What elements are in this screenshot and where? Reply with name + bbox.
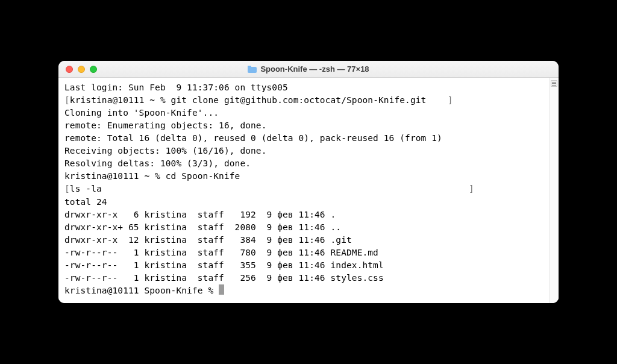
ls-row: -rw-r--r-- 1 kristina staff 780 9 фев 11…: [64, 248, 378, 257]
prompt-bracket: [kristina@10111 ~ % git clone git@github…: [64, 95, 453, 105]
cd-command: kristina@10111 ~ % cd Spoon-Knife: [64, 171, 240, 181]
git-clone-command: kristina@10111 ~ % git clone git@github.…: [70, 95, 427, 105]
ls-row: drwxr-xr-x 12 kristina staff 384 9 фев 1…: [64, 235, 352, 245]
window-title-text: Spoon-Knife — -zsh — 77×18: [260, 64, 369, 74]
output-line: Receiving objects: 100% (16/16), done.: [64, 146, 267, 155]
traffic-lights: [58, 66, 97, 73]
scroll-indicator-icon: [551, 80, 557, 87]
total-line: total 24: [64, 197, 107, 207]
ls-row: -rw-r--r-- 1 kristina staff 256 9 фев 11…: [64, 273, 384, 283]
output-line: remote: Total 16 (delta 0), reused 0 (de…: [64, 133, 442, 143]
ls-row: -rw-r--r-- 1 kristina staff 355 9 фев 11…: [64, 260, 384, 270]
terminal-body[interactable]: Last login: Sun Feb 9 11:37:06 on ttys00…: [58, 78, 549, 303]
minimize-button[interactable]: [78, 66, 85, 73]
window-title: Spoon-Knife — -zsh — 77×18: [58, 64, 559, 74]
last-login: Last login: Sun Feb 9 11:37:06 on ttys00…: [64, 83, 288, 92]
cursor: [219, 284, 224, 295]
ls-bracket: [ls -la ]: [64, 184, 474, 193]
maximize-button[interactable]: [90, 66, 97, 73]
scrollbar[interactable]: [549, 78, 559, 303]
current-prompt: kristina@10111 Spoon-Knife %: [64, 286, 219, 295]
terminal-window: Spoon-Knife — -zsh — 77×18 Last login: S…: [58, 61, 559, 303]
output-line: remote: Enumerating objects: 16, done.: [64, 121, 267, 130]
ls-row: drwxr-xr-x 6 kristina staff 192 9 фев 11…: [64, 210, 336, 219]
ls-row: drwxr-xr-x+ 65 kristina staff 2080 9 фев…: [64, 222, 341, 232]
window-titlebar[interactable]: Spoon-Knife — -zsh — 77×18: [58, 61, 559, 78]
close-button[interactable]: [66, 66, 73, 73]
ls-command: ls -la: [70, 184, 102, 193]
output-line: Cloning into 'Spoon-Knife'...: [64, 108, 219, 118]
folder-icon: [248, 66, 257, 73]
terminal-area: Last login: Sun Feb 9 11:37:06 on ttys00…: [58, 78, 559, 303]
output-line: Resolving deltas: 100% (3/3), done.: [64, 158, 251, 168]
